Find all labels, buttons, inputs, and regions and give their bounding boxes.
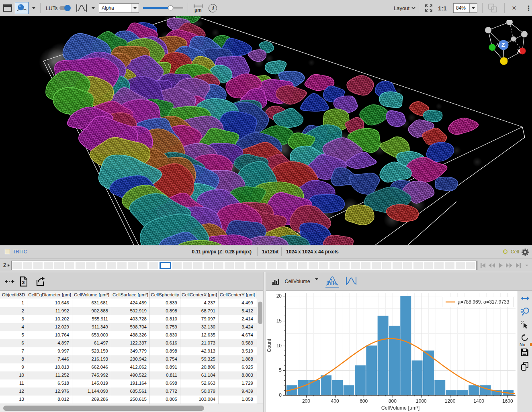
table-row[interactable]: 87.446216.193230.9420.75459.3251.888	[0, 355, 263, 363]
z-slice-active[interactable]	[160, 262, 171, 269]
z-slice-segment[interactable]	[96, 262, 106, 269]
copy-chart-button[interactable]	[520, 361, 530, 371]
export-table-button[interactable]	[35, 276, 46, 287]
table-row[interactable]: 138.012269.286250.6150.805103.0841.858	[0, 396, 263, 404]
z-prev-button[interactable]	[488, 262, 496, 269]
viewport-3d[interactable]: Y Z X	[0, 16, 532, 245]
close-view-button[interactable]: ×	[512, 0, 516, 16]
column-header[interactable]: CellCenterX [µm]	[180, 291, 219, 299]
table-vertical-scrollbar[interactable]	[257, 291, 263, 404]
actual-size-button[interactable]: 1:1	[438, 0, 447, 16]
table-row[interactable]: 310.202555.911403.7280.81079.0972.414	[0, 315, 263, 323]
alpha-slider[interactable]	[143, 0, 183, 16]
z-slice-segment[interactable]	[361, 262, 370, 269]
more-options-button[interactable]: ⋮	[525, 0, 532, 16]
view-3d-button[interactable]	[15, 2, 29, 14]
z-slice-segment[interactable]	[424, 262, 433, 269]
z-slice-segment[interactable]	[319, 262, 328, 269]
z-slice-segment[interactable]	[256, 262, 266, 269]
z-last-button[interactable]	[515, 262, 522, 269]
layout-menu[interactable]: Layout	[394, 0, 416, 16]
table-row[interactable]: 1212.9761,144.090685.5610.77250.0799.439	[0, 388, 263, 396]
segment-name-link[interactable]: Cell	[511, 249, 519, 255]
layout-manager-button[interactable]	[488, 0, 497, 16]
scrollbar-thumb[interactable]	[3, 406, 204, 411]
z-slice-segment[interactable]	[288, 262, 297, 269]
z-slice-segment[interactable]	[193, 262, 203, 269]
z-slice-segment[interactable]	[456, 262, 465, 269]
orientation-gizmo[interactable]: Y Z X	[482, 20, 530, 70]
z-slice-segment[interactable]	[225, 262, 234, 269]
z-slice-segment[interactable]	[309, 262, 318, 269]
z-expand-arrow-icon[interactable]	[8, 264, 10, 267]
dropdown-button[interactable]	[131, 4, 139, 12]
info-button[interactable]: i	[209, 0, 217, 16]
metric-select[interactable]: CellVolume	[272, 277, 310, 285]
column-header[interactable]: CellSphericity	[150, 291, 180, 299]
z-slice-segment[interactable]	[340, 262, 349, 269]
gizmo-y-axis[interactable]	[489, 44, 496, 51]
histogram-chart[interactable]	[266, 291, 518, 412]
z-slice-segment[interactable]	[172, 262, 182, 269]
panel-splitter[interactable]	[263, 272, 266, 412]
histogram-fit-view-button[interactable]	[325, 275, 339, 288]
z-slice-segment[interactable]	[434, 262, 444, 269]
z-slice-segment[interactable]	[382, 262, 391, 269]
gaussian-fit-button[interactable]	[345, 275, 358, 286]
column-header[interactable]: CellVolume [µm³]	[72, 291, 111, 299]
table-row[interactable]: 412.029911.349598.7040.75932.1303.424	[0, 323, 263, 331]
gizmo-bottom-axis[interactable]	[500, 57, 508, 65]
z-slice-segment[interactable]	[65, 262, 74, 269]
z-slice-segment[interactable]	[183, 262, 192, 269]
channel-checkbox[interactable]	[5, 249, 10, 254]
z-slice-segment[interactable]	[76, 262, 85, 269]
mapping-caret[interactable]	[92, 0, 95, 16]
z-slice-segment[interactable]	[149, 262, 158, 269]
z-slice-segment[interactable]	[235, 262, 244, 269]
column-header[interactable]: ObjectId3D	[0, 291, 27, 299]
measurements-table[interactable]: ObjectId3DCellEqDiameter [µm]CellVolume …	[0, 291, 263, 404]
z-slice-segment[interactable]	[277, 262, 286, 269]
zoom-level-select[interactable]: 84%	[453, 0, 477, 16]
z-slice-segment[interactable]	[214, 262, 223, 269]
3d-render-canvas[interactable]	[0, 16, 532, 245]
table-row[interactable]: 510.764653.000438.3260.83012.6354.674	[0, 331, 263, 339]
view-mode-caret[interactable]	[32, 0, 35, 16]
z-slice-segment[interactable]	[128, 262, 137, 269]
z-slice-segment[interactable]	[33, 262, 43, 269]
fit-columns-button[interactable]	[4, 278, 15, 285]
zoom-data-button[interactable]	[520, 307, 530, 316]
z-slice-segment[interactable]	[351, 262, 360, 269]
z-slice-segment[interactable]	[246, 262, 255, 269]
z-slice-segment[interactable]	[23, 262, 32, 269]
z-play-button[interactable]	[498, 262, 503, 269]
chart-canvas[interactable]	[266, 291, 518, 412]
table-row[interactable]: 64.89761.497122.3370.61621.0730.583	[0, 339, 263, 347]
z-slice-segment[interactable]	[445, 262, 454, 269]
z-slice-segment[interactable]	[329, 262, 339, 269]
table-row[interactable]: 110.646631.681424.4590.8394.2374.499	[0, 299, 263, 307]
scale-units-button[interactable]: µm	[193, 0, 203, 16]
column-header[interactable]: CellEqDiameter [µm]	[27, 291, 72, 299]
channel-name-link[interactable]: TRITC	[13, 249, 27, 255]
gizmo-corner[interactable]	[485, 27, 491, 33]
histogram-mapping-button[interactable]	[76, 0, 88, 16]
gizmo-corner-hidden[interactable]	[511, 37, 516, 42]
z-options-caret[interactable]	[525, 264, 529, 267]
table-horizontal-scrollbar[interactable]	[0, 404, 263, 412]
z-slice-segment[interactable]	[267, 262, 276, 269]
z-slice-segment[interactable]	[107, 262, 116, 269]
gizmo-corner[interactable]	[506, 20, 513, 25]
z-slice-segment[interactable]	[44, 262, 53, 269]
z-slice-segment[interactable]	[298, 262, 307, 269]
z-slice-segment[interactable]	[54, 262, 63, 269]
z-slice-segment[interactable]	[372, 262, 381, 269]
pointer-mode-button[interactable]	[520, 320, 530, 329]
luts-toggle[interactable]	[59, 0, 70, 16]
settings-button[interactable]	[521, 248, 529, 256]
z-slice-segment[interactable]	[12, 262, 22, 269]
fit-to-screen-button[interactable]	[424, 0, 433, 16]
z-slice-segment[interactable]	[117, 262, 127, 269]
z-slice-segment[interactable]	[138, 262, 147, 269]
table-row[interactable]: 910.813662.046412.0620.89120.8066.925	[0, 363, 263, 371]
